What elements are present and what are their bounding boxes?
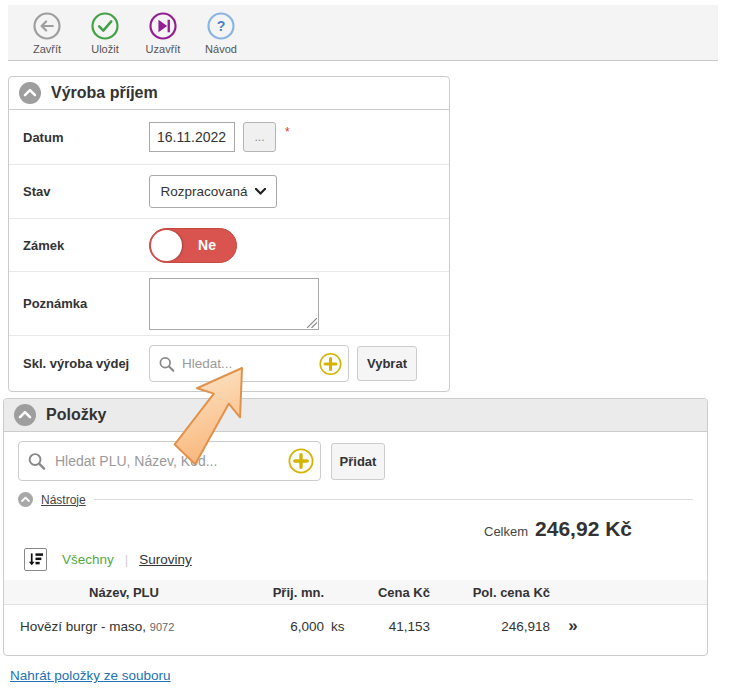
table-row[interactable]: Hovězí burgr - maso, 9072 6,000 ks 41,15… <box>4 605 707 647</box>
chevron-down-icon <box>255 188 266 195</box>
form-panel-header: Výroba příjem <box>9 77 449 110</box>
zamek-label: Zámek <box>23 238 149 253</box>
vybrat-button[interactable]: Vybrat <box>357 346 417 381</box>
sort-descending-icon <box>27 551 44 568</box>
resize-handle-icon[interactable] <box>307 318 317 328</box>
skl-vyroba-vydej-label: Skl. výroba výdej <box>23 356 149 371</box>
divider <box>94 499 693 500</box>
tools-row: Nástroje <box>4 489 707 511</box>
search-icon <box>158 355 175 372</box>
items-search-input[interactable] <box>18 441 321 481</box>
toolbar: Zavřít Uložit Uzavřít ? Návod <box>8 5 718 61</box>
field-row-zamek: Zámek Ne <box>9 218 449 271</box>
form-panel: Výroba příjem Datum ... * Stav Rozpracov… <box>8 76 450 392</box>
date-picker-button[interactable]: ... <box>243 122 276 152</box>
stav-select[interactable]: Rozpracovaná <box>149 175 277 208</box>
toolbar-button-uzavrit[interactable]: Uzavřít <box>134 11 192 55</box>
items-panel-title: Položky <box>46 406 106 424</box>
toolbar-button-label: Uzavřít <box>146 43 181 55</box>
search-icon <box>27 452 46 471</box>
toolbar-button-navod[interactable]: ? Návod <box>192 11 250 55</box>
item-name-cell: Hovězí burgr - maso, 9072 <box>4 619 244 634</box>
field-row-skl-vyroba-vydej: Skl. výroba výdej Vybrat <box>9 335 449 391</box>
toolbar-button-ulozit[interactable]: Uložit <box>76 11 134 55</box>
filter-suroviny[interactable]: Suroviny <box>139 552 192 567</box>
item-unit: ks <box>324 619 358 634</box>
svg-text:?: ? <box>217 18 226 34</box>
question-icon: ? <box>206 11 236 41</box>
form-panel-title: Výroba příjem <box>51 84 158 102</box>
total-value: 246,92 Kč <box>535 517 632 540</box>
nastroje-link[interactable]: Nástroje <box>41 493 86 507</box>
toolbar-button-zavrit[interactable]: Zavřít <box>18 11 76 55</box>
field-row-stav: Stav Rozpracovaná <box>9 164 449 218</box>
item-total: 246,918 <box>430 619 550 634</box>
collapse-chevron-small-icon[interactable] <box>18 492 33 507</box>
stav-label: Stav <box>23 184 149 199</box>
field-row-datum: Datum ... * <box>9 110 449 164</box>
col-header-nazev-plu: Název, PLU <box>4 585 244 600</box>
zamek-toggle[interactable]: Ne <box>149 228 237 263</box>
item-price: 41,153 <box>358 619 430 634</box>
field-row-poznamka: Poznámka <box>9 271 449 335</box>
item-name: Hovězí burgr - maso, <box>20 619 146 634</box>
item-qty: 6,000 <box>244 619 324 634</box>
col-header-pol-cena: Pol. cena Kč <box>430 585 550 600</box>
item-plu: 9072 <box>150 621 174 633</box>
required-asterisk: * <box>285 125 290 139</box>
items-search-row: Přidat <box>4 432 707 489</box>
check-icon <box>90 11 120 41</box>
collapse-chevron-icon[interactable] <box>14 404 36 426</box>
back-arrow-icon <box>32 11 62 41</box>
toolbar-button-label: Uložit <box>91 43 119 55</box>
load-items-from-file-link[interactable]: Nahrát položky ze souboru <box>10 668 171 683</box>
poznamka-label: Poznámka <box>23 296 149 311</box>
poznamka-textarea-wrap <box>149 278 319 330</box>
toolbar-button-label: Návod <box>205 43 237 55</box>
add-plus-icon[interactable] <box>319 352 342 375</box>
items-search-wrap <box>18 441 321 481</box>
row-detail-icon[interactable]: » <box>550 616 596 636</box>
toggle-state-label: Ne <box>186 229 228 262</box>
datum-label: Datum <box>23 130 149 145</box>
total-row: Celkem246,92 Kč <box>4 511 707 543</box>
add-plus-icon[interactable] <box>288 448 314 474</box>
stav-selected-value: Rozpracovaná <box>160 184 247 199</box>
collapse-chevron-icon[interactable] <box>19 82 41 104</box>
table-header-row: Název, PLU Přij. mn. Cena Kč Pol. cena K… <box>4 580 707 605</box>
skl-search-wrap <box>149 345 349 382</box>
sort-button[interactable] <box>24 548 47 571</box>
toolbar-button-label: Zavřít <box>33 43 61 55</box>
items-panel-header: Položky <box>4 399 707 432</box>
close-document-icon <box>148 11 178 41</box>
poznamka-textarea[interactable] <box>149 278 319 330</box>
filter-row: Všechny | Suroviny <box>4 543 707 580</box>
toggle-knob <box>151 230 182 261</box>
total-label: Celkem <box>484 524 528 539</box>
filter-vsechny[interactable]: Všechny <box>62 552 114 567</box>
pridat-button[interactable]: Přidat <box>331 443 385 480</box>
datum-input[interactable] <box>149 122 235 152</box>
col-header-prij-mn: Přij. mn. <box>244 585 324 600</box>
col-header-cena: Cena Kč <box>358 585 430 600</box>
filter-separator: | <box>125 552 128 567</box>
items-panel: Položky Přidat Nástroje Celkem246,92 Kč <box>3 398 708 656</box>
